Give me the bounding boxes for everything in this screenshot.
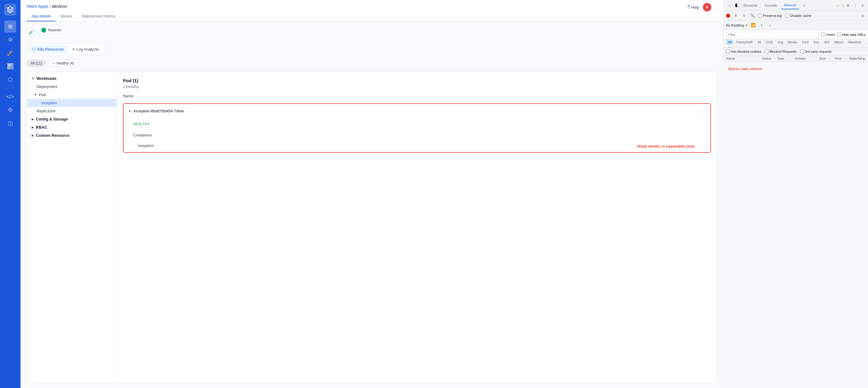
invert-label[interactable]: Invert — [821, 33, 835, 36]
th-status[interactable]: Status — [762, 57, 777, 60]
hide-data-label[interactable]: Hide data URLs — [837, 33, 866, 36]
sidebar-logo[interactable] — [4, 4, 16, 16]
col-header-name: Name — [123, 94, 711, 101]
config-label: Config & Storage — [36, 117, 68, 121]
sidebar-icon-settings[interactable]: ⚙ — [4, 104, 16, 116]
th-time[interactable]: Time — [834, 57, 849, 60]
tab-console[interactable]: Console — [762, 2, 780, 9]
blocked-requests-label[interactable]: Blocked Requests — [765, 50, 797, 53]
sidebar-icon-grid[interactable]: ⊞ — [4, 21, 16, 33]
th-waterfall[interactable]: Waterfall ▲ — [849, 57, 866, 60]
sidebar-icon-code[interactable]: </> — [4, 91, 16, 103]
filter-input[interactable] — [726, 32, 819, 37]
type-manifest[interactable]: Manifest — [846, 40, 863, 44]
tab-more[interactable]: » — [801, 2, 808, 9]
tab-elements[interactable]: Elements — [741, 2, 761, 9]
tree-replicaset[interactable]: ReplicaSet — [27, 107, 117, 115]
replicaset-label: ReplicaSet — [36, 109, 56, 113]
close-icon[interactable]: ✕ — [860, 2, 866, 8]
devtools-toolbar: ⊘ ▽ 🔍 Preserve log Disable cache ✕ — [724, 11, 868, 21]
filter-row: Invert Hide data URLs — [724, 30, 868, 39]
breadcrumb: Helm Apps / devtron — [27, 4, 67, 9]
sidebar-icon-layers[interactable]: ◫ — [4, 117, 16, 129]
filter-icon[interactable]: ▽ — [741, 13, 747, 19]
tab-values[interactable]: Values — [56, 11, 77, 22]
blocked-cookies-checkbox[interactable] — [726, 50, 730, 53]
link-icon[interactable]: 🔗 — [27, 28, 35, 37]
sidebar-icon-rocket[interactable]: 🚀 — [4, 47, 16, 59]
disable-cache-label[interactable]: Disable cache — [785, 13, 811, 18]
tab-network[interactable]: Network — [781, 1, 799, 9]
sidebar-icon-chart[interactable]: 📊 — [4, 60, 16, 72]
th-name[interactable]: Name — [726, 57, 762, 60]
upload-icon[interactable]: ↑ — [758, 22, 765, 28]
type-css[interactable]: CSS — [764, 40, 775, 44]
more-icon[interactable]: ⋮ — [852, 2, 858, 8]
tab-app-details[interactable]: App details — [27, 11, 56, 22]
record-button[interactable] — [726, 13, 730, 18]
inspect-icon[interactable]: ⬚ — [726, 2, 732, 8]
search-icon[interactable]: 🔍 — [749, 13, 755, 19]
type-font[interactable]: Font — [800, 40, 810, 44]
stop-icon[interactable]: ⊘ — [733, 13, 739, 19]
top-header: Helm Apps / devtron ? Help A App details… — [21, 0, 723, 22]
tree-pod[interactable]: ▼ Pod — [27, 91, 117, 99]
close-devtools-icon[interactable]: ✕ — [860, 13, 866, 19]
tree-config-storage[interactable]: ▶ Config & Storage — [27, 115, 117, 123]
download-icon[interactable]: ↓ — [767, 22, 773, 28]
avatar[interactable]: A — [703, 3, 711, 11]
config-arrow: ▶ — [32, 118, 34, 121]
rbac-label: RBAC — [36, 125, 47, 130]
type-wasm[interactable]: Wasm — [832, 40, 845, 44]
wifi-icon[interactable]: 📶 — [750, 22, 756, 28]
tree-deployment[interactable]: Deployment — [27, 83, 117, 91]
container-three-dots[interactable]: ⋮ — [697, 142, 706, 149]
sidebar-icon-gear[interactable]: ⚙ — [4, 34, 16, 46]
device-icon[interactable]: 📱 — [733, 2, 739, 8]
third-party-label[interactable]: 3rd-party requests — [800, 50, 832, 53]
help-button[interactable]: ? Help — [687, 4, 699, 10]
th-type[interactable]: Type — [777, 57, 795, 60]
tab-navigation: App details Values Deployment history — [27, 11, 717, 21]
blocked-cookies-text: Has blocked cookies — [731, 50, 761, 53]
newrelic-badge[interactable]: Newrelic — [37, 26, 66, 34]
pod-expand-arrow[interactable]: ▼ — [128, 109, 131, 113]
third-party-checkbox[interactable] — [800, 50, 804, 53]
filter-healthy[interactable]: ✓ Healthy (4) — [48, 60, 78, 67]
type-img[interactable]: Img — [776, 40, 785, 44]
hide-data-checkbox[interactable] — [837, 33, 841, 36]
th-initiator[interactable]: Initiator — [795, 57, 819, 60]
filter-all[interactable]: All (11) — [27, 60, 46, 67]
tree-custom-resource[interactable]: ▶ Custom Resource — [27, 131, 117, 139]
type-ws[interactable]: WS — [822, 40, 831, 44]
tab-k8s-resources[interactable]: ⬡ K8s Resources — [28, 45, 68, 53]
type-filter-bar: All Fetch/XHR JS CSS Img Media Font Doc … — [724, 39, 868, 47]
type-js[interactable]: JS — [755, 40, 763, 44]
tree-inception[interactable]: inception — [27, 99, 117, 107]
th-size[interactable]: Size — [819, 57, 834, 60]
blocked-cookies-label[interactable]: Has blocked cookies — [726, 50, 761, 53]
tab-log-analyzer[interactable]: ≡ Log Analyzer — [68, 45, 103, 53]
network-table-header: Name Status Type Initiator Size Time Wat… — [724, 56, 868, 62]
type-fetch-xhr[interactable]: Fetch/XHR — [735, 40, 754, 44]
type-media[interactable]: Media — [786, 40, 799, 44]
type-all[interactable]: All — [726, 40, 733, 44]
sidebar-icon-group[interactable]: ⬡ — [4, 73, 16, 86]
disable-cache-checkbox[interactable] — [785, 13, 789, 18]
warning-icon[interactable]: ⚠ — [835, 2, 841, 8]
settings-icon[interactable]: ⚙ — [845, 2, 851, 8]
breadcrumb-link[interactable]: Helm Apps — [27, 4, 49, 9]
type-doc[interactable]: Doc — [812, 40, 821, 44]
tree-workloads[interactable]: ▼ Workloads — [27, 74, 117, 83]
throttle-select[interactable]: No throttling ▼ — [726, 24, 748, 27]
tree-rbac[interactable]: ▶ RBAC — [27, 123, 117, 131]
tab-deployment-history[interactable]: Deployment history — [77, 11, 120, 22]
pod-three-dots[interactable]: ⋮ — [697, 107, 706, 115]
invert-checkbox[interactable] — [821, 33, 825, 36]
preserve-log-checkbox[interactable] — [758, 13, 762, 18]
blocked-requests-checkbox[interactable] — [765, 50, 769, 53]
preserve-log-label[interactable]: Preserve log — [758, 13, 782, 18]
container-row: inception Node details in expanded state… — [124, 139, 710, 152]
breadcrumb-sep: / — [50, 4, 51, 9]
container-name: inception — [138, 143, 635, 148]
